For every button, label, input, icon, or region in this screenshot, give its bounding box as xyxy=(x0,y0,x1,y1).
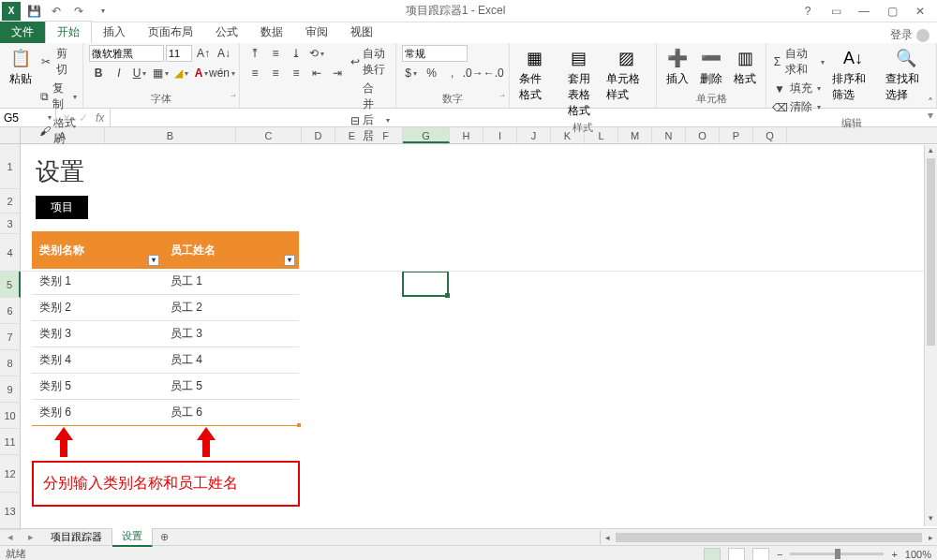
tab-view[interactable]: 视图 xyxy=(339,22,384,43)
paste-button[interactable]: 📋 粘贴 xyxy=(6,45,36,89)
horizontal-scrollbar[interactable]: ◂ ▸ xyxy=(600,531,937,544)
sheet-tab[interactable]: 设置 xyxy=(112,527,153,547)
cut-button[interactable]: ✂剪切 xyxy=(39,45,77,79)
accounting-format-icon[interactable]: $▾ xyxy=(402,65,421,81)
column-header[interactable]: A xyxy=(21,127,105,143)
table-row[interactable]: 类别 2员工 2 xyxy=(32,295,299,321)
find-select-button[interactable]: 🔍查找和选择 xyxy=(882,45,930,105)
tab-data[interactable]: 数据 xyxy=(249,22,294,43)
number-format-combo[interactable] xyxy=(402,45,468,62)
scroll-thumb[interactable] xyxy=(927,158,935,346)
column-header[interactable]: I xyxy=(483,127,517,143)
align-bottom-icon[interactable]: ⤓ xyxy=(287,45,305,62)
close-icon[interactable]: ✕ xyxy=(911,5,930,18)
zoom-level[interactable]: 100% xyxy=(905,549,931,560)
tab-formulas[interactable]: 公式 xyxy=(204,22,249,43)
increase-font-icon[interactable]: A↑ xyxy=(194,45,213,62)
scroll-thumb[interactable] xyxy=(616,533,922,542)
autosum-button[interactable]: Σ自动求和▾ xyxy=(772,45,825,79)
table-row[interactable]: 类别 1员工 1 xyxy=(32,269,299,295)
font-name-combo[interactable] xyxy=(89,45,164,62)
column-header[interactable]: F xyxy=(369,127,403,143)
row-header[interactable]: 2 xyxy=(0,189,21,214)
scroll-down-icon[interactable]: ▾ xyxy=(925,513,937,526)
sheet-nav-next-icon[interactable]: ▸ xyxy=(21,531,41,543)
filter-dropdown-icon[interactable]: ▾ xyxy=(284,255,295,266)
row-header[interactable]: 9 xyxy=(0,376,21,403)
percent-format-icon[interactable]: % xyxy=(423,65,441,81)
tab-home[interactable]: 开始 xyxy=(45,21,92,43)
file-tab[interactable]: 文件 xyxy=(0,22,45,43)
row-header[interactable]: 13 xyxy=(0,493,21,530)
align-top-icon[interactable]: ⤒ xyxy=(245,45,264,62)
column-header[interactable]: D xyxy=(302,127,335,143)
increase-decimal-icon[interactable]: .0→ xyxy=(464,65,483,81)
zoom-slider[interactable] xyxy=(790,553,884,555)
column-header[interactable]: B xyxy=(105,127,236,143)
scroll-up-icon[interactable]: ▴ xyxy=(925,145,937,158)
add-sheet-icon[interactable]: ⊕ xyxy=(153,531,176,543)
scroll-left-icon[interactable]: ◂ xyxy=(601,533,614,542)
table-row[interactable]: 类别 5员工 5 xyxy=(32,374,299,400)
row-header[interactable]: 5 xyxy=(0,272,21,298)
tab-insert[interactable]: 插入 xyxy=(92,22,137,43)
undo-icon[interactable]: ↶ xyxy=(47,2,66,21)
sheet-nav-prev-icon[interactable]: ◂ xyxy=(0,531,21,543)
save-icon[interactable]: 💾 xyxy=(24,2,43,21)
column-header[interactable]: P xyxy=(720,127,753,143)
column-header[interactable]: O xyxy=(686,127,720,143)
vertical-scrollbar[interactable]: ▴ ▾ xyxy=(924,145,937,526)
decrease-font-icon[interactable]: A↓ xyxy=(215,45,233,62)
cell-styles-button[interactable]: ▨单元格样式 xyxy=(602,45,650,105)
font-size-combo[interactable] xyxy=(166,45,192,62)
table-row[interactable]: 类别 4员工 4 xyxy=(32,347,299,374)
row-header[interactable]: 4 xyxy=(0,234,21,272)
row-header[interactable]: 1 xyxy=(0,144,21,189)
maximize-icon[interactable]: ▢ xyxy=(883,5,901,18)
underline-button[interactable]: U▾ xyxy=(130,65,149,81)
sort-filter-button[interactable]: A↓排序和筛选 xyxy=(828,45,877,105)
increase-indent-icon[interactable]: ⇥ xyxy=(328,65,347,81)
fill-button[interactable]: ▼填充▾ xyxy=(772,80,825,97)
bold-button[interactable]: B xyxy=(89,65,108,81)
align-right-icon[interactable]: ≡ xyxy=(287,65,305,81)
phonetic-button[interactable]: wén▾ xyxy=(213,65,231,81)
row-header[interactable]: 11 xyxy=(0,429,21,455)
zoom-out-icon[interactable]: − xyxy=(777,549,782,560)
zoom-in-icon[interactable]: + xyxy=(891,549,897,560)
wrap-text-button[interactable]: ↩自动换行 xyxy=(350,45,390,79)
login-link[interactable]: 登录 xyxy=(890,27,937,43)
minimize-icon[interactable]: — xyxy=(855,5,873,18)
select-all-corner[interactable] xyxy=(0,127,21,143)
font-color-button[interactable]: A▾ xyxy=(192,65,211,81)
row-header[interactable]: 8 xyxy=(0,350,21,376)
collapse-ribbon-icon[interactable]: ˄ xyxy=(928,96,933,110)
align-middle-icon[interactable]: ≡ xyxy=(266,45,285,62)
align-center-icon[interactable]: ≡ xyxy=(266,65,285,81)
delete-cells-button[interactable]: ➖删除 xyxy=(696,45,726,89)
active-cell[interactable] xyxy=(402,271,449,297)
ribbon-options-icon[interactable]: ▭ xyxy=(826,5,845,18)
filter-dropdown-icon[interactable]: ▾ xyxy=(148,255,159,266)
column-header[interactable]: G xyxy=(403,127,450,143)
row-header[interactable]: 6 xyxy=(0,298,21,324)
tab-review[interactable]: 审阅 xyxy=(294,22,339,43)
name-box[interactable]: G5▾ xyxy=(0,109,56,126)
scroll-right-icon[interactable]: ▸ xyxy=(924,533,937,542)
table-row[interactable]: 类别 3员工 3 xyxy=(32,321,299,347)
row-header[interactable]: 12 xyxy=(0,455,21,493)
border-button[interactable]: ▦▾ xyxy=(151,65,170,81)
column-header[interactable]: N xyxy=(652,127,686,143)
row-header[interactable]: 3 xyxy=(0,214,21,234)
column-header[interactable]: C xyxy=(236,127,302,143)
align-left-icon[interactable]: ≡ xyxy=(245,65,264,81)
help-icon[interactable]: ? xyxy=(798,5,817,18)
column-header[interactable]: H xyxy=(450,127,483,143)
conditional-formatting-button[interactable]: ▦条件格式 xyxy=(515,45,556,105)
page-layout-view-icon[interactable] xyxy=(728,548,745,561)
cells-canvas[interactable]: 设置 项目 类别名称▾ 员工姓名▾ 类别 1员工 1类别 2员工 2类别 3员工… xyxy=(21,144,937,528)
sheet-tab[interactable]: 项目跟踪器 xyxy=(41,528,112,546)
project-button[interactable]: 项目 xyxy=(36,196,88,219)
page-break-view-icon[interactable] xyxy=(752,548,769,561)
table-row[interactable]: 类别 6员工 6 xyxy=(32,400,299,426)
